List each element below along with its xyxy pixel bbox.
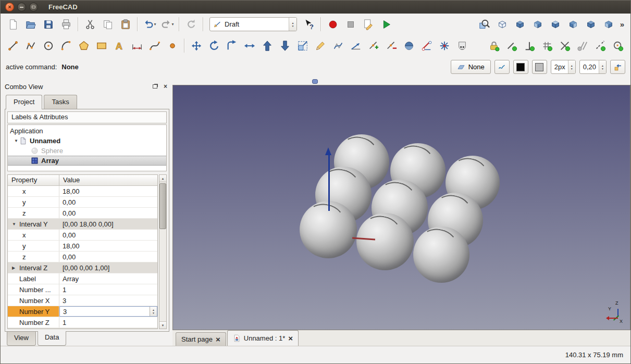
macro-play-button[interactable] [378, 16, 394, 33]
tree-item-application[interactable]: Application [8, 126, 166, 136]
snap-endpoint-button[interactable] [503, 37, 520, 54]
property-value-cell[interactable]: [0,00 0,00 1,00] [59, 262, 157, 273]
expander-icon[interactable]: ▶ [12, 266, 19, 270]
copy-button[interactable] [100, 16, 116, 33]
redo-button[interactable]: ▾ [159, 16, 176, 33]
property-row[interactable]: LabelArray [8, 273, 157, 284]
snap-perpendicular-button[interactable] [521, 37, 538, 54]
save-button[interactable] [40, 16, 57, 33]
close-panel-button[interactable]: × [162, 83, 169, 91]
snap-lock-button[interactable] [486, 37, 502, 54]
sphere[interactable] [413, 227, 469, 283]
tree-item-sphere[interactable]: Sphere [8, 146, 166, 156]
3d-viewport[interactable]: Z Y X [172, 85, 630, 330]
macro-stop-button[interactable] [342, 16, 359, 33]
tab-data[interactable]: Data [38, 331, 66, 346]
draft-bspline-button[interactable] [146, 37, 163, 54]
draft-remove-point-button[interactable] [383, 37, 400, 54]
draft-line-button[interactable] [5, 37, 21, 54]
draft-point-button[interactable] [164, 37, 181, 54]
model-tree[interactable]: Application▼UnnamedSphereArray [7, 124, 167, 171]
tab-tasks[interactable]: Tasks [44, 95, 77, 109]
draft-polygon-button[interactable] [76, 37, 92, 54]
macro-edit-button[interactable] [360, 16, 377, 33]
rear-view-button[interactable] [583, 16, 599, 33]
right-view-button[interactable] [565, 16, 581, 33]
sphere[interactable] [356, 213, 414, 270]
tab-start-page[interactable]: Start page × [176, 332, 226, 346]
toolbar-overflow-button[interactable]: » [618, 20, 626, 29]
expander-icon[interactable]: ▼ [13, 139, 19, 143]
minimize-window-button[interactable] [17, 3, 26, 11]
draft-rectangle-button[interactable] [93, 37, 110, 54]
draft-downgrade-button[interactable] [277, 37, 293, 54]
new-document-button[interactable] [5, 16, 21, 33]
axonometric-view-button[interactable] [512, 16, 528, 33]
property-row[interactable]: y18,00 [8, 241, 157, 252]
draft-clone-button[interactable] [454, 37, 471, 54]
draft-upgrade-button[interactable] [259, 37, 276, 54]
value-spinner[interactable]: ▲▼ [150, 307, 157, 316]
tab-view[interactable]: View [7, 332, 36, 346]
dropdown-arrow-icon[interactable]: ▾ [171, 22, 174, 27]
property-row[interactable]: Number Z1 [8, 317, 157, 328]
draft-slope-button[interactable] [348, 37, 364, 54]
property-value-cell[interactable]: [0,00 18,00 0,00] [59, 219, 157, 229]
property-row[interactable]: ▼Interval Y[0,00 18,00 0,00] [8, 219, 157, 230]
close-tab-icon[interactable]: × [288, 334, 293, 342]
tab-unnamed-document[interactable]: Unnamed : 1* × [227, 330, 299, 346]
draft-wire-to-bspline-button[interactable] [330, 37, 347, 54]
property-value-cell[interactable]: 1 [59, 317, 157, 328]
property-value-cell[interactable]: 0,00 [59, 252, 157, 262]
whats-this-button[interactable]: ? [301, 16, 317, 33]
undo-button[interactable]: ▾ [141, 16, 158, 33]
property-row[interactable]: z0,00 [8, 252, 157, 262]
snap-parallel-button[interactable] [574, 37, 591, 54]
draft-array-button[interactable] [436, 37, 453, 54]
property-row[interactable]: Number X3 [8, 295, 157, 306]
spinner-arrows-icon[interactable]: ▲▼ [599, 60, 606, 73]
workbench-selector[interactable]: Draft▲▼ [209, 17, 297, 31]
text-scale-spinbox[interactable]: 0,20 ▲▼ [579, 60, 607, 74]
scroll-up-arrow-icon[interactable]: ▲ [159, 175, 166, 182]
draft-move-button[interactable] [188, 37, 205, 54]
draft-trimex-button[interactable] [241, 37, 258, 54]
working-plane-button[interactable]: None [451, 60, 491, 74]
property-value-cell[interactable]: [0.00 0.00 1.00] 0.00 &(0... [59, 328, 157, 329]
construction-mode-button[interactable] [494, 60, 510, 74]
property-row[interactable]: x18,00 [8, 186, 157, 197]
dropdown-arrow-icon[interactable]: ▾ [154, 22, 156, 27]
property-value-cell[interactable]: 3▲▼ [59, 306, 157, 317]
property-row[interactable]: x0,00 [8, 230, 157, 241]
combo-spinner-icon[interactable]: ▲▼ [289, 18, 296, 31]
draft-add-point-button[interactable] [365, 37, 382, 54]
draft-circle-button[interactable] [40, 37, 57, 54]
property-row[interactable]: ▶Interval Z[0,00 0,00 1,00] [8, 262, 157, 273]
scrollbar-track[interactable] [159, 182, 166, 322]
property-value-cell[interactable]: 1 [59, 284, 157, 295]
property-column-header[interactable]: Property [8, 175, 59, 185]
draft-rotate-button[interactable] [206, 37, 222, 54]
value-column-header[interactable]: Value [59, 175, 157, 185]
property-row[interactable]: z0,00 [8, 208, 157, 219]
left-view-button[interactable] [600, 16, 617, 33]
property-row[interactable]: ▶Placement[0.00 0.00 1.00] 0.00 &(0... [8, 328, 157, 329]
property-row[interactable]: y0,00 [8, 197, 157, 208]
property-value-cell[interactable]: 0,00 [59, 197, 157, 207]
apply-style-button[interactable] [610, 60, 625, 74]
float-panel-button[interactable] [151, 83, 159, 91]
fit-all-button[interactable] [476, 16, 493, 33]
refresh-button[interactable] [183, 16, 200, 33]
titlebar[interactable]: × FreeCAD [1, 1, 630, 14]
snap-extension-button[interactable] [592, 37, 609, 54]
print-button[interactable] [58, 16, 75, 33]
tree-item-unnamed[interactable]: ▼Unnamed [8, 136, 166, 146]
cut-button[interactable] [82, 16, 98, 33]
scrollbar-thumb[interactable] [159, 183, 166, 229]
paste-button[interactable] [117, 16, 134, 33]
property-scrollbar[interactable]: ▲ ▼ [159, 174, 167, 329]
close-tab-icon[interactable]: × [216, 335, 220, 343]
draft-to-sketch-button[interactable] [418, 37, 435, 54]
macro-record-button[interactable] [325, 16, 341, 33]
draft-offset-button[interactable] [224, 37, 240, 54]
